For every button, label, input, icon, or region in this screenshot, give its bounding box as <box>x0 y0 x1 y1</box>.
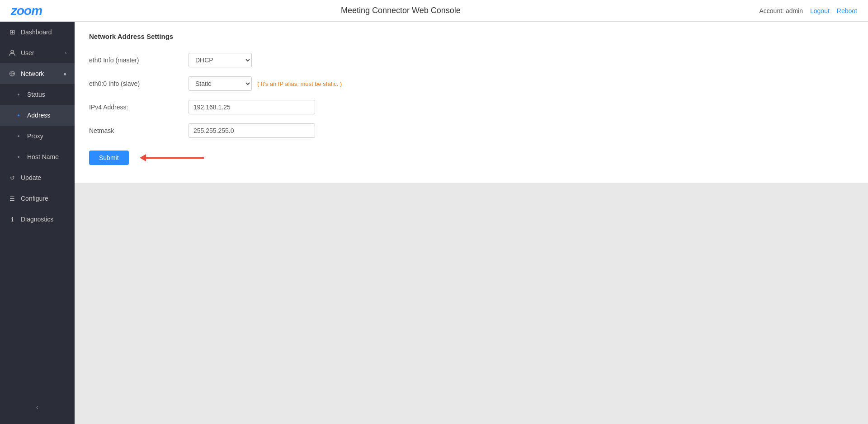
sidebar-item-update[interactable]: ↺ Update <box>0 167 75 188</box>
eth0-row: eth0 Info (master) DHCP Static <box>89 53 854 67</box>
eth00-select[interactable]: DHCP Static <box>189 76 252 91</box>
page-title: Meeting Connector Web Console <box>341 6 461 15</box>
eth00-label: eth0:0 Info (slave) <box>89 80 189 87</box>
sidebar-item-network[interactable]: Network ∨ <box>0 63 75 84</box>
logo: zoom <box>11 4 42 18</box>
content-card: Network Address Settings eth0 Info (mast… <box>75 22 868 183</box>
sidebar-item-user[interactable]: User › <box>0 42 75 63</box>
sidebar-item-status[interactable]: ● Status <box>0 84 75 105</box>
sidebar: ⊞ Dashboard User › Network <box>0 22 75 424</box>
status-icon: ● <box>14 90 23 99</box>
arrow-annotation <box>140 154 204 161</box>
header: zoom Meeting Connector Web Console Accou… <box>0 0 868 22</box>
svg-point-0 <box>11 50 14 53</box>
network-icon <box>8 70 16 78</box>
eth0-select[interactable]: DHCP Static <box>189 53 252 67</box>
layout: ⊞ Dashboard User › Network <box>0 22 868 424</box>
netmask-row: Netmask <box>89 123 854 138</box>
dashboard-icon: ⊞ <box>8 28 16 36</box>
netmask-label: Netmask <box>89 127 189 134</box>
logout-link[interactable]: Logout <box>810 7 830 14</box>
sidebar-label-diagnostics: Diagnostics <box>21 216 53 223</box>
sidebar-label-user: User <box>21 49 34 57</box>
sidebar-item-configure[interactable]: ☰ Configure <box>0 188 75 209</box>
reboot-link[interactable]: Reboot <box>837 7 857 14</box>
arrow-line <box>145 157 204 159</box>
sidebar-collapse-button[interactable]: ‹ <box>0 400 75 415</box>
sidebar-label-configure: Configure <box>21 195 48 202</box>
main-content: Network Address Settings eth0 Info (mast… <box>75 22 868 424</box>
header-right: Account: admin Logout Reboot <box>760 7 858 14</box>
submit-button[interactable]: Submit <box>89 151 129 165</box>
sidebar-item-diagnostics[interactable]: ℹ Diagnostics <box>0 209 75 230</box>
sidebar-label-update: Update <box>21 174 41 181</box>
ipv4-row: IPv4 Address: <box>89 100 854 114</box>
sidebar-item-proxy[interactable]: ● Proxy <box>0 126 75 146</box>
address-icon: ● <box>14 111 23 119</box>
sidebar-label-status: Status <box>27 91 45 98</box>
network-chevron-icon: ∨ <box>63 71 66 76</box>
static-note: ( It's an IP alias, must be static. ) <box>257 80 342 87</box>
sidebar-label-network: Network <box>21 70 44 77</box>
sidebar-label-address: Address <box>27 112 50 119</box>
eth0-label: eth0 Info (master) <box>89 57 189 64</box>
diagnostics-icon: ℹ <box>8 215 16 223</box>
sidebar-label-hostname: Host Name <box>27 153 59 160</box>
card-title: Network Address Settings <box>89 33 854 40</box>
sidebar-item-address[interactable]: ● Address <box>0 105 75 126</box>
sidebar-label-proxy: Proxy <box>27 132 43 140</box>
sidebar-item-dashboard[interactable]: ⊞ Dashboard <box>0 22 75 42</box>
account-label: Account: admin <box>760 7 803 14</box>
submit-row: Submit <box>89 151 854 165</box>
hostname-icon: ● <box>14 153 23 161</box>
proxy-icon: ● <box>14 132 23 140</box>
sidebar-label-dashboard: Dashboard <box>21 28 52 36</box>
update-icon: ↺ <box>8 174 16 182</box>
ipv4-label: IPv4 Address: <box>89 104 189 111</box>
user-icon <box>8 49 16 57</box>
ipv4-input[interactable] <box>189 100 315 114</box>
sidebar-item-hostname[interactable]: ● Host Name <box>0 146 75 167</box>
configure-icon: ☰ <box>8 194 16 203</box>
netmask-input[interactable] <box>189 123 315 138</box>
user-chevron-icon: › <box>65 51 66 56</box>
eth00-row: eth0:0 Info (slave) DHCP Static ( It's a… <box>89 76 854 91</box>
